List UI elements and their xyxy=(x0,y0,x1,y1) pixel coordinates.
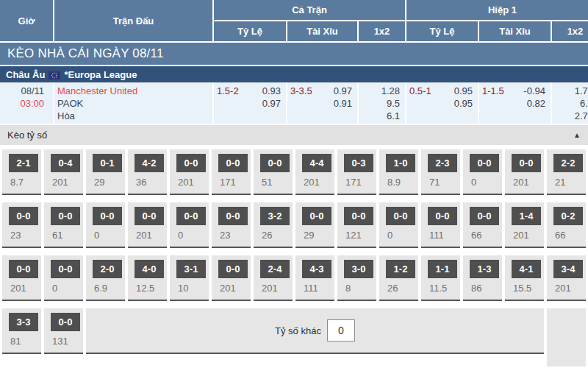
score-cell[interactable]: 0-129 xyxy=(86,149,125,195)
score-cell[interactable]: 0-023 xyxy=(212,202,251,248)
full-1x2-away[interactable]: 6.1 xyxy=(359,110,400,122)
score-box[interactable]: 0-0 xyxy=(344,207,373,225)
score-box[interactable]: 2-3 xyxy=(428,154,457,172)
score-box[interactable]: 3-4 xyxy=(553,260,583,278)
collapse-arrow-icon[interactable]: ▲ xyxy=(573,131,581,139)
score-cell[interactable]: 0-4201 xyxy=(44,149,83,195)
score-cell[interactable]: 2-221 xyxy=(547,149,586,195)
score-box[interactable]: 0-0 xyxy=(176,207,206,225)
score-cell[interactable]: 1-4201 xyxy=(505,202,544,248)
score-box[interactable]: 0-4 xyxy=(51,154,80,172)
score-box[interactable]: 0-0 xyxy=(512,154,541,172)
score-box[interactable]: 0-0 xyxy=(428,207,457,225)
score-box[interactable]: 1-2 xyxy=(386,260,415,278)
score-cell[interactable]: 0-0111 xyxy=(421,202,460,248)
score-box[interactable]: 4-2 xyxy=(135,154,164,172)
score-cell[interactable]: 0-0171 xyxy=(212,149,251,195)
score-box[interactable]: 0-0 xyxy=(176,154,206,172)
score-box[interactable]: 0-0 xyxy=(470,207,499,225)
full-1x2-cell[interactable]: 1.28 9.5 6.1 xyxy=(359,82,405,124)
full-handicap-cell[interactable]: 1.5-2 0.93 0.97 xyxy=(214,82,286,124)
score-cell[interactable]: 2-371 xyxy=(421,149,460,195)
half-over-odds[interactable]: -0.94 xyxy=(523,85,545,97)
home-team[interactable]: Manchester United xyxy=(57,85,212,97)
score-box[interactable]: 0-0 xyxy=(386,207,415,225)
full-under-odds[interactable]: 0.91 xyxy=(334,97,352,110)
score-box[interactable]: 0-0 xyxy=(51,207,80,225)
other-score-input[interactable] xyxy=(327,319,355,342)
half-handicap-odds-home[interactable]: 0.95 xyxy=(454,85,473,97)
score-cell[interactable]: 3-4201 xyxy=(547,255,586,301)
score-cell[interactable]: 4-115.5 xyxy=(505,255,544,301)
score-cell[interactable]: 0-051 xyxy=(254,149,293,195)
score-box[interactable]: 4-3 xyxy=(302,260,331,278)
score-cell[interactable]: 0-0131 xyxy=(44,308,83,354)
score-cell[interactable]: 0-00 xyxy=(379,202,418,248)
score-box[interactable]: 4-4 xyxy=(302,154,331,172)
score-box[interactable]: 0-3 xyxy=(344,154,373,172)
score-cell[interactable]: 2-18.7 xyxy=(2,149,41,195)
score-box[interactable]: 1-1 xyxy=(428,260,457,278)
score-cell[interactable]: 0-0201 xyxy=(212,255,251,301)
half-1x2-away[interactable]: 2.71 xyxy=(552,110,588,122)
half-handicap-cell[interactable]: 0.5-1 0.95 0.95 xyxy=(406,82,478,124)
half-1x2-cell[interactable]: 1.71 6.8 2.71 xyxy=(552,82,588,124)
full-handicap-odds-away[interactable]: 0.97 xyxy=(262,97,281,110)
score-box[interactable]: 0-1 xyxy=(93,154,122,172)
score-box[interactable]: 0-0 xyxy=(9,260,38,278)
score-cell[interactable]: 0-0201 xyxy=(170,149,209,195)
away-team[interactable]: PAOK xyxy=(57,97,212,110)
full-1x2-home[interactable]: 1.28 xyxy=(359,85,400,97)
score-section-header[interactable]: Kèo tỷ số ▲ xyxy=(0,125,588,145)
score-cell[interactable]: 1-386 xyxy=(463,255,502,301)
score-box[interactable]: 1-3 xyxy=(470,260,499,278)
full-over-odds[interactable]: 0.97 xyxy=(334,85,352,97)
score-cell[interactable]: 0-00 xyxy=(463,149,502,195)
score-box[interactable]: 3-0 xyxy=(344,260,373,278)
score-cell[interactable]: 3-110 xyxy=(170,255,209,301)
score-box[interactable]: 3-2 xyxy=(260,207,290,225)
score-box[interactable]: 3-3 xyxy=(9,313,38,331)
score-box[interactable]: 0-0 xyxy=(9,207,38,225)
score-cell[interactable]: 0-0201 xyxy=(2,255,41,301)
half-overunder-cell[interactable]: 1-1.5 -0.94 0.82 xyxy=(479,82,551,124)
score-box[interactable]: 3-1 xyxy=(176,260,206,278)
score-box[interactable]: 1-0 xyxy=(386,154,415,172)
score-box[interactable]: 2-1 xyxy=(9,154,38,172)
score-cell[interactable]: 3-226 xyxy=(254,202,293,248)
score-cell[interactable]: 0-066 xyxy=(463,202,502,248)
score-box[interactable]: 0-0 xyxy=(51,313,80,331)
half-under-odds[interactable]: 0.82 xyxy=(523,97,545,110)
score-box[interactable]: 0-0 xyxy=(51,260,80,278)
score-cell[interactable]: 4-3111 xyxy=(295,255,334,301)
half-1x2-home[interactable]: 1.71 xyxy=(552,85,588,97)
score-box[interactable]: 4-0 xyxy=(135,260,164,278)
score-cell[interactable]: 1-226 xyxy=(379,255,418,301)
score-cell[interactable]: 3-381 xyxy=(2,308,41,354)
score-cell[interactable]: 0-0201 xyxy=(505,149,544,195)
full-overunder-cell[interactable]: 3-3.5 0.97 0.91 xyxy=(287,82,357,124)
score-box[interactable]: 0-0 xyxy=(218,260,248,278)
score-box[interactable]: 0-0 xyxy=(260,154,290,172)
score-box[interactable]: 0-0 xyxy=(135,207,164,225)
score-cell[interactable]: 4-236 xyxy=(128,149,167,195)
score-box[interactable]: 2-0 xyxy=(93,260,122,278)
league-row[interactable]: Châu Âu *Europa League xyxy=(0,66,588,82)
score-box[interactable]: 4-1 xyxy=(512,260,541,278)
score-cell[interactable]: 4-4201 xyxy=(295,149,334,195)
score-box[interactable]: 0-0 xyxy=(93,207,122,225)
score-cell[interactable]: 0-0121 xyxy=(337,202,376,248)
score-cell[interactable]: 0-266 xyxy=(547,202,586,248)
score-cell[interactable]: 0-3171 xyxy=(337,149,376,195)
score-cell[interactable]: 0-023 xyxy=(2,202,41,248)
score-cell[interactable]: 4-012.5 xyxy=(128,255,167,301)
score-cell[interactable]: 0-00 xyxy=(170,202,209,248)
half-handicap-odds-away[interactable]: 0.95 xyxy=(454,97,473,110)
score-box[interactable]: 0-0 xyxy=(218,207,248,225)
score-cell[interactable]: 2-06.9 xyxy=(86,255,125,301)
score-box[interactable]: 0-0 xyxy=(470,154,499,172)
half-1x2-draw[interactable]: 6.8 xyxy=(552,97,588,110)
score-box[interactable]: 2-4 xyxy=(260,260,290,278)
score-cell[interactable]: 0-029 xyxy=(295,202,334,248)
score-box[interactable]: 1-4 xyxy=(512,207,541,225)
